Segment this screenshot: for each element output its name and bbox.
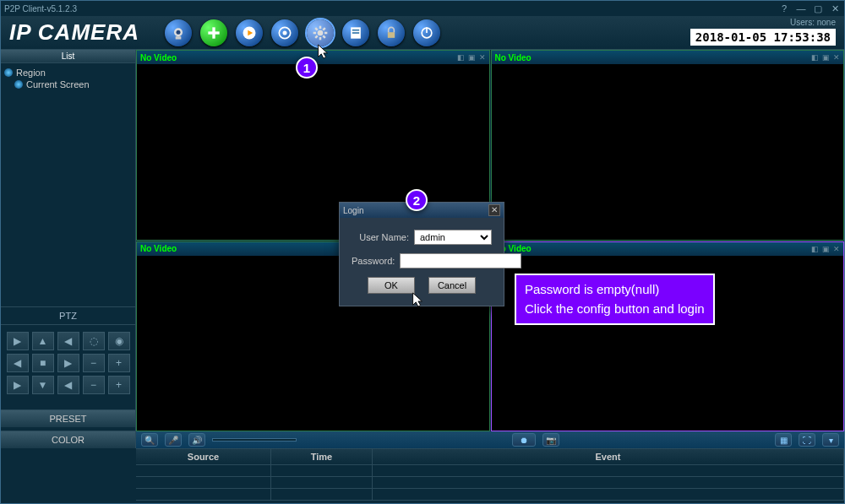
logo: IP CAMERA [9, 19, 139, 46]
annotation-note: Password is empty(null) Click the config… [515, 274, 715, 325]
ptz-down[interactable]: ▼ [32, 376, 54, 394]
pane-ctrl-icon[interactable]: ✕ [833, 245, 840, 253]
lock-icon [383, 24, 400, 41]
zoom-button[interactable]: 🔍 [141, 433, 158, 447]
ptz-auto[interactable]: ■ [32, 354, 54, 372]
username-label: User Name: [352, 232, 409, 242]
ptz-up[interactable]: ▲ [32, 332, 54, 350]
pane-ctrl-icon[interactable]: ▣ [468, 53, 476, 62]
color-button[interactable]: COLOR [1, 431, 135, 448]
ptz-down-left[interactable]: ▶ [7, 376, 29, 394]
playback-button[interactable] [236, 19, 263, 46]
node-icon [4, 68, 13, 77]
table-row [136, 465, 844, 477]
pane-ctrl-icon[interactable]: ▣ [822, 245, 830, 253]
fullscreen-button[interactable]: ⛶ [799, 433, 815, 447]
cancel-button[interactable]: Cancel [428, 277, 476, 294]
power-icon [418, 24, 435, 41]
svg-rect-19 [352, 29, 359, 30]
table-body [136, 465, 844, 501]
svg-line-15 [323, 35, 325, 38]
login-dialog: Login ✕ User Name: admin Password: OK Ca… [339, 202, 504, 306]
help-icon[interactable]: ? [778, 3, 790, 14]
gear-icon [312, 24, 329, 41]
annotation-marker-1: 1 [296, 57, 318, 79]
pane-ctrl-icon[interactable]: ◧ [811, 53, 819, 62]
minimize-icon[interactable]: — [795, 3, 807, 14]
dialog-close-icon[interactable]: ✕ [488, 204, 500, 216]
preset-button[interactable]: PRESET [1, 409, 135, 427]
snapshot-button[interactable]: 📷 [542, 433, 559, 447]
svg-line-17 [323, 28, 325, 30]
log-button[interactable] [342, 19, 369, 46]
list-header: List [1, 50, 135, 63]
target-button[interactable] [271, 19, 298, 46]
speaker-button[interactable]: 🔊 [188, 433, 205, 447]
play-icon [241, 24, 258, 41]
ptz-up-left[interactable]: ▶ [7, 332, 29, 350]
tree-node-current-screen[interactable]: Current Screen [14, 79, 132, 90]
svg-point-9 [318, 30, 324, 35]
bottom-area: Source Time Event [1, 448, 844, 504]
close-icon[interactable]: ✕ [829, 3, 841, 14]
window-controls: ? — ▢ ✕ [778, 3, 841, 14]
event-table: Source Time Event [136, 448, 844, 504]
ptz-up-right[interactable]: ◀ [57, 332, 79, 350]
dropdown-button[interactable]: ▾ [822, 433, 839, 447]
log-icon [347, 24, 364, 41]
clock: 2018-01-05 17:53:38 [690, 29, 836, 46]
viewer-toolbar: 🔍 🎤 🔊 ⏺ 📷 ▦ ⛶ ▾ [136, 431, 844, 448]
ptz-left[interactable]: ◀ [7, 354, 29, 372]
camera-icon [170, 24, 187, 41]
tree-label: Region [16, 68, 46, 78]
svg-rect-4 [208, 31, 219, 34]
password-input[interactable] [400, 253, 521, 268]
svg-rect-21 [388, 32, 395, 38]
pane-ctrl-icon[interactable]: ✕ [479, 53, 486, 62]
lock-button[interactable] [378, 19, 405, 46]
ptz-zoom-wide[interactable]: ◌ [83, 332, 105, 350]
video-pane-4[interactable]: No Video ◧▣✕ [491, 241, 845, 432]
svg-point-8 [282, 30, 286, 35]
settings-button[interactable] [307, 19, 334, 46]
table-row [136, 477, 844, 489]
pane-ctrl-icon[interactable]: ◧ [811, 245, 819, 253]
ptz-zoom-tele[interactable]: ◉ [108, 332, 130, 350]
ptz-focus-near[interactable]: − [83, 354, 105, 372]
ptz-iris-close[interactable]: − [83, 376, 105, 394]
layout-button[interactable]: ▦ [775, 433, 792, 447]
maximize-icon[interactable]: ▢ [812, 3, 824, 14]
pane-label: No Video [140, 53, 177, 62]
table-header: Source Time Event [136, 449, 844, 465]
pane-ctrl-icon[interactable]: ✕ [833, 53, 840, 62]
username-select[interactable]: admin [414, 230, 492, 245]
pane-label: No Video [495, 53, 532, 62]
record-button[interactable]: ⏺ [512, 433, 536, 447]
ptz-down-right[interactable]: ◀ [57, 376, 79, 394]
pane-ctrl-icon[interactable]: ◧ [457, 53, 465, 62]
svg-rect-20 [352, 32, 359, 34]
ok-button[interactable]: OK [368, 277, 415, 294]
tree-node-region[interactable]: Region [4, 67, 132, 79]
header: IP CAMERA Users: none 2018-01-05 17:53:3… [1, 16, 844, 50]
ptz-iris-open[interactable]: + [108, 376, 130, 394]
app-title: P2P Client-v5.1.2.3 [4, 4, 77, 14]
note-line: Password is empty(null) [525, 280, 705, 300]
col-event: Event [373, 449, 844, 465]
col-time: Time [271, 449, 373, 465]
mic-button[interactable]: 🎤 [165, 433, 182, 447]
svg-point-1 [176, 30, 180, 34]
camera-button[interactable] [165, 19, 192, 46]
pane-label: No Video [140, 244, 177, 253]
device-tree: Region Current Screen [1, 63, 135, 306]
ptz-right[interactable]: ▶ [57, 354, 79, 372]
video-pane-2[interactable]: No Video ◧▣✕ [491, 50, 845, 241]
annotation-marker-2: 2 [406, 189, 428, 211]
ptz-focus-far[interactable]: + [108, 354, 130, 372]
add-button[interactable] [200, 19, 227, 46]
volume-slider[interactable] [212, 438, 297, 442]
note-line: Click the config button and login [525, 300, 705, 319]
power-button[interactable] [413, 19, 440, 46]
pane-ctrl-icon[interactable]: ▣ [822, 53, 830, 62]
main-toolbar [165, 19, 440, 46]
